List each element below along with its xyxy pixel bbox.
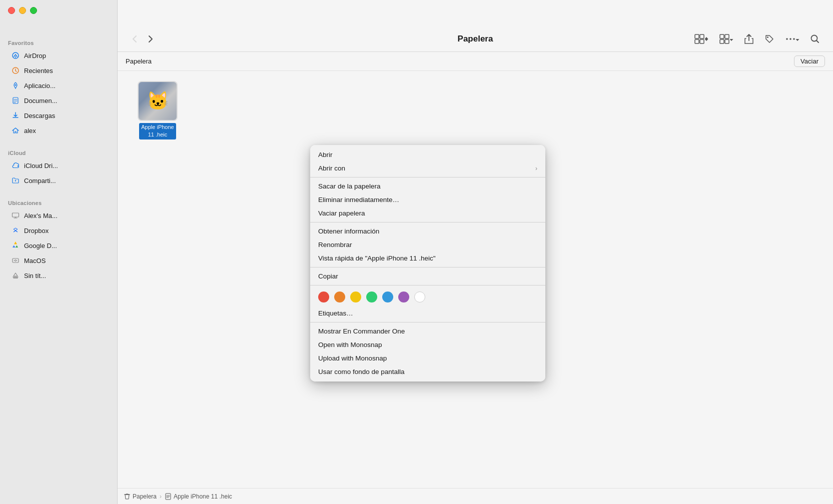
minimize-button[interactable] bbox=[19, 7, 26, 14]
toolbar-right bbox=[691, 30, 823, 48]
svg-rect-14 bbox=[725, 34, 729, 38]
ctx-item-sacar[interactable]: Sacar de la papelera bbox=[310, 180, 545, 193]
dropbox-icon bbox=[11, 226, 20, 235]
sidebar: Favoritos AirDrop Recientes Aplicac bbox=[0, 0, 118, 504]
download-icon bbox=[11, 111, 20, 120]
airdrop-icon bbox=[11, 51, 20, 60]
bottom-bar: Papelera › Apple iPhone 11 .heic bbox=[118, 488, 833, 504]
ctx-divider-4 bbox=[310, 285, 545, 286]
sidebar-item-descargas[interactable]: Descargas bbox=[3, 108, 114, 122]
sidebar-item-airdrop[interactable]: AirDrop bbox=[3, 48, 114, 62]
ctx-item-abrir[interactable]: Abrir bbox=[310, 148, 545, 162]
ctx-colors-row bbox=[310, 288, 545, 306]
color-orange[interactable] bbox=[334, 292, 345, 302]
rocket-icon bbox=[11, 81, 20, 90]
svg-rect-11 bbox=[695, 40, 699, 44]
sidebar-item-documentos[interactable]: Documen... bbox=[3, 94, 114, 108]
more-button[interactable] bbox=[782, 30, 803, 48]
ctx-label-fondo: Usar como fondo de pantalla bbox=[318, 368, 405, 376]
sidebar-item-alex[interactable]: alex bbox=[3, 124, 114, 138]
sidebar-item-compartir[interactable]: Comparti... bbox=[3, 174, 114, 188]
computer-icon bbox=[11, 211, 20, 220]
sidebar-item-sin-titulo[interactable]: Sin tít... bbox=[3, 268, 114, 282]
ctx-item-monosnap-open[interactable]: Open with Monosnap bbox=[310, 338, 545, 352]
color-red[interactable] bbox=[318, 292, 329, 302]
view-grid-button[interactable] bbox=[691, 30, 712, 48]
ctx-label-copiar: Copiar bbox=[318, 272, 338, 280]
main-area: Papelera bbox=[118, 0, 833, 504]
svg-point-21 bbox=[811, 35, 817, 41]
svg-point-17 bbox=[767, 36, 768, 38]
ctx-item-monosnap-upload[interactable]: Upload with Monosnap bbox=[310, 352, 545, 365]
color-green[interactable] bbox=[366, 292, 377, 302]
color-none[interactable] bbox=[414, 292, 425, 302]
ctx-item-etiquetas[interactable]: Etiquetas… bbox=[310, 306, 545, 320]
svg-point-5 bbox=[15, 180, 16, 181]
ctx-item-vaciar-papelera[interactable]: Vaciar papelera bbox=[310, 206, 545, 220]
ctx-item-commander[interactable]: Mostrar En Commander One bbox=[310, 324, 545, 338]
color-purple[interactable] bbox=[398, 292, 409, 302]
svg-rect-16 bbox=[725, 40, 729, 44]
ctx-label-renombrar: Renombrar bbox=[318, 241, 352, 248]
svg-point-1 bbox=[15, 56, 16, 58]
view-options-button[interactable] bbox=[716, 30, 737, 48]
maximize-button[interactable] bbox=[30, 7, 37, 14]
tag-button[interactable] bbox=[761, 30, 778, 48]
file-image bbox=[139, 82, 177, 120]
ctx-item-renombrar[interactable]: Renombrar bbox=[310, 238, 545, 252]
sidebar-item-label: AirDrop bbox=[24, 52, 46, 60]
doc-icon bbox=[11, 96, 20, 105]
bottom-separator: › bbox=[160, 493, 162, 500]
sidebar-item-aplicaciones[interactable]: Aplicacio... bbox=[3, 78, 114, 92]
sidebar-item-label: Descargas bbox=[24, 112, 55, 120]
sidebar-item-label: Google D... bbox=[24, 242, 57, 250]
svg-point-3 bbox=[15, 84, 17, 86]
ctx-divider-3 bbox=[310, 267, 545, 268]
file-item[interactable]: Apple iPhone 11 .heic bbox=[133, 81, 183, 140]
ctx-label-monosnap-open: Open with Monosnap bbox=[318, 341, 382, 348]
svg-rect-9 bbox=[695, 34, 699, 38]
chevron-right-icon: › bbox=[535, 165, 537, 172]
sidebar-item-alexs-mac[interactable]: Alex's Ma... bbox=[3, 208, 114, 222]
sidebar-item-label: Aplicacio... bbox=[24, 82, 56, 90]
ctx-label-eliminar: Eliminar inmediatamente… bbox=[318, 196, 399, 204]
share-button[interactable] bbox=[741, 30, 757, 48]
svg-rect-6 bbox=[13, 213, 19, 217]
ctx-divider-2 bbox=[310, 222, 545, 222]
ctx-label-sacar: Sacar de la papelera bbox=[318, 182, 381, 190]
ctx-label-commander: Mostrar En Commander One bbox=[318, 328, 405, 335]
sidebar-item-icloud-drive[interactable]: iCloud Dri... bbox=[3, 158, 114, 172]
sidebar-item-macos[interactable]: MacOS bbox=[3, 254, 114, 268]
ctx-item-fondo[interactable]: Usar como fondo de pantalla bbox=[310, 365, 545, 378]
svg-rect-7 bbox=[13, 258, 19, 262]
color-yellow[interactable] bbox=[350, 292, 361, 302]
svg-point-18 bbox=[786, 38, 788, 40]
back-button[interactable] bbox=[128, 32, 142, 46]
ctx-label-vaciar-papelera: Vaciar papelera bbox=[318, 210, 365, 217]
home-icon bbox=[11, 126, 20, 135]
sidebar-item-label: MacOS bbox=[24, 257, 46, 264]
sidebar-item-recientes[interactable]: Recientes bbox=[3, 64, 114, 78]
ctx-item-copiar[interactable]: Copiar bbox=[310, 270, 545, 283]
sidebar-item-google-drive[interactable]: Google D... bbox=[3, 238, 114, 252]
ctx-item-info[interactable]: Obtener información bbox=[310, 224, 545, 238]
top-toolbar: Papelera bbox=[118, 26, 833, 52]
forward-button[interactable] bbox=[144, 32, 158, 46]
search-button[interactable] bbox=[807, 31, 823, 47]
content-area: Apple iPhone 11 .heic Abrir Abrir con › … bbox=[118, 71, 833, 488]
svg-point-19 bbox=[789, 38, 791, 40]
toolbar-title: Papelera bbox=[458, 34, 493, 44]
ctx-item-abrir-con[interactable]: Abrir con › bbox=[310, 162, 545, 175]
disk-icon bbox=[11, 256, 20, 265]
sidebar-item-label: Comparti... bbox=[24, 177, 56, 184]
sidebar-item-dropbox[interactable]: Dropbox bbox=[3, 224, 114, 238]
ctx-item-vista-rapida[interactable]: Vista rápida de "Apple iPhone 11 .heic" bbox=[310, 252, 545, 265]
google-drive-icon bbox=[11, 241, 20, 250]
file-thumbnail bbox=[138, 81, 178, 121]
ctx-item-eliminar[interactable]: Eliminar inmediatamente… bbox=[310, 193, 545, 206]
vaciar-button[interactable]: Vaciar bbox=[794, 56, 825, 67]
breadcrumb-bar: Papelera Vaciar bbox=[118, 52, 833, 71]
color-blue[interactable] bbox=[382, 292, 393, 302]
close-button[interactable] bbox=[8, 7, 15, 14]
sidebar-item-label: Dropbox bbox=[24, 227, 49, 234]
